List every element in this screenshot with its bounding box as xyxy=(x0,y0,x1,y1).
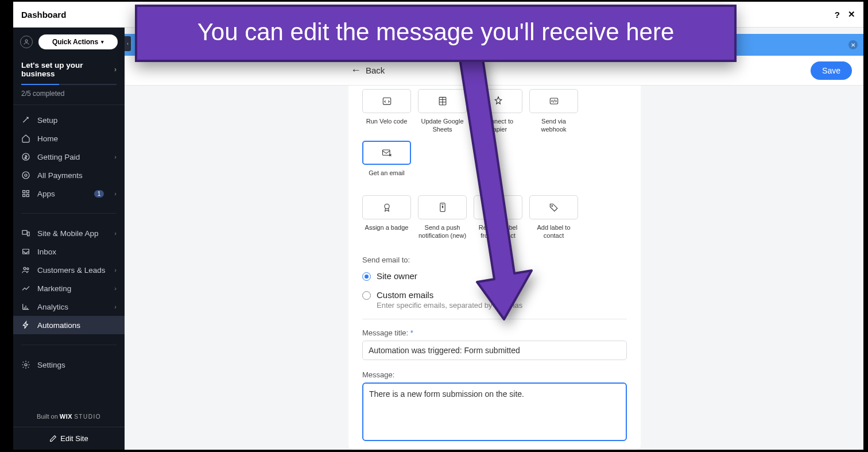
annotation-callout: You can edit the message you'll receive … xyxy=(135,5,737,62)
nav-icon xyxy=(21,152,30,161)
sidebar-item-site-mobile-app[interactable]: Site & Mobile App› xyxy=(13,224,125,242)
chevron-right-icon: › xyxy=(114,153,117,160)
tile-icon xyxy=(362,195,411,219)
sidebar-item-automations[interactable]: Automations xyxy=(13,316,125,334)
message-title-label: Message title: * xyxy=(362,329,627,337)
banner-close-icon[interactable]: ✕ xyxy=(848,40,858,49)
save-button[interactable]: Save xyxy=(811,61,852,80)
nav-icon xyxy=(21,115,30,125)
built-on-label: Built on WIX STUDIO xyxy=(13,406,125,427)
radio-site-owner-label: Site owner xyxy=(377,271,417,281)
tile-icon xyxy=(362,141,411,165)
svg-rect-9 xyxy=(28,232,29,236)
back-button[interactable]: ← Back xyxy=(351,64,385,76)
nav-icon xyxy=(21,360,30,369)
chevron-right-icon: › xyxy=(114,303,117,310)
nav-badge: 1 xyxy=(94,190,104,198)
nav-label: Customers & Leads xyxy=(37,266,107,275)
arrow-left-icon: ← xyxy=(351,64,361,76)
action-tile-assign-a-badge[interactable]: Assign a badge xyxy=(362,195,411,240)
help-icon[interactable]: ? xyxy=(835,10,840,20)
sidebar: Quick Actions ▾ Let's set up your busine… xyxy=(13,28,125,450)
chevron-right-icon: › xyxy=(114,230,117,237)
sidebar-item-customers-leads[interactable]: Customers & Leads› xyxy=(13,261,125,279)
svg-point-3 xyxy=(25,174,27,176)
svg-point-17 xyxy=(384,204,389,208)
chevron-down-icon: ▾ xyxy=(101,39,104,45)
sidebar-collapse-button[interactable]: ‹ xyxy=(125,36,131,51)
nav-icon xyxy=(21,265,30,275)
radio-icon xyxy=(362,291,371,300)
svg-point-12 xyxy=(25,364,27,366)
sidebar-item-home[interactable]: Home xyxy=(13,129,125,148)
tile-label: Assign a badge xyxy=(362,223,411,239)
nav-label: Analytics xyxy=(37,303,107,311)
action-tile-add-label-to-contact[interactable]: Add label to contact xyxy=(529,195,578,240)
message-title-input[interactable] xyxy=(362,341,627,360)
action-tile-send-via-webhook[interactable]: Send via webhook xyxy=(529,89,578,134)
svg-point-20 xyxy=(551,205,552,206)
annotation-arrow-icon xyxy=(445,55,534,322)
nav-icon xyxy=(21,284,30,293)
message-textarea[interactable] xyxy=(362,383,627,441)
nav-label: Setup xyxy=(37,116,117,125)
sidebar-item-all-payments[interactable]: All Payments xyxy=(13,166,125,184)
nav-label: Marketing xyxy=(37,284,107,293)
sidebar-item-marketing[interactable]: Marketing› xyxy=(13,279,125,298)
nav-icon xyxy=(21,171,30,180)
nav-label: Home xyxy=(37,134,117,143)
svg-point-0 xyxy=(25,40,28,42)
progress-bar xyxy=(21,84,117,85)
tile-label: Run Velo code xyxy=(362,117,411,133)
nav-label: Settings xyxy=(37,361,117,369)
sidebar-item-inbox[interactable]: Inbox xyxy=(13,242,125,261)
progress-text: 2/5 completed xyxy=(21,90,117,101)
nav-icon xyxy=(21,302,30,311)
edit-site-button[interactable]: Edit Site xyxy=(13,427,125,450)
page-title: Dashboard xyxy=(21,10,66,20)
nav-icon xyxy=(21,320,30,330)
sidebar-item-getting-paid[interactable]: Getting Paid› xyxy=(13,148,125,166)
svg-rect-13 xyxy=(383,98,390,105)
nav-icon xyxy=(21,134,30,143)
sidebar-setup-business[interactable]: Let's set up your business › xyxy=(21,61,117,78)
tile-label: Get an email xyxy=(362,169,411,185)
chevron-right-icon: › xyxy=(114,285,117,292)
tile-icon xyxy=(529,89,578,113)
message-label: Message: xyxy=(362,370,627,379)
svg-point-11 xyxy=(27,268,29,269)
chevron-right-icon: › xyxy=(114,65,117,74)
tile-icon xyxy=(529,195,578,219)
svg-rect-6 xyxy=(23,194,25,196)
svg-rect-5 xyxy=(26,191,29,193)
nav-label: Inbox xyxy=(37,248,117,256)
tile-label: Send via webhook xyxy=(529,117,578,134)
setup-title: Let's set up your business xyxy=(21,61,114,78)
nav-label: All Payments xyxy=(37,171,117,180)
sidebar-item-analytics[interactable]: Analytics› xyxy=(13,298,125,316)
svg-rect-8 xyxy=(22,230,27,234)
svg-point-2 xyxy=(22,172,29,179)
quick-actions-label: Quick Actions xyxy=(52,38,98,46)
sidebar-item-setup[interactable]: Setup xyxy=(13,111,125,129)
sidebar-item-apps[interactable]: Apps1› xyxy=(13,184,125,203)
edit-site-label: Edit Site xyxy=(60,434,88,443)
nav-icon xyxy=(21,189,30,198)
chevron-right-icon: › xyxy=(114,190,117,197)
action-tile-run-velo-code[interactable]: Run Velo code xyxy=(362,89,411,134)
tile-icon xyxy=(362,89,411,113)
svg-rect-4 xyxy=(23,191,25,193)
nav-icon xyxy=(21,229,30,238)
sidebar-item-settings[interactable]: Settings xyxy=(13,356,125,374)
nav-label: Site & Mobile App xyxy=(37,229,107,238)
user-avatar-icon[interactable] xyxy=(20,36,33,48)
quick-actions-button[interactable]: Quick Actions ▾ xyxy=(38,34,118,49)
nav-label: Apps xyxy=(37,190,87,198)
close-icon[interactable]: ✕ xyxy=(848,9,855,20)
svg-rect-7 xyxy=(26,194,29,196)
nav-label: Automations xyxy=(37,321,117,330)
action-tile-get-an-email[interactable]: Get an email xyxy=(362,141,411,185)
svg-rect-16 xyxy=(382,150,390,155)
back-label: Back xyxy=(366,65,385,75)
nav-label: Getting Paid xyxy=(37,153,107,161)
